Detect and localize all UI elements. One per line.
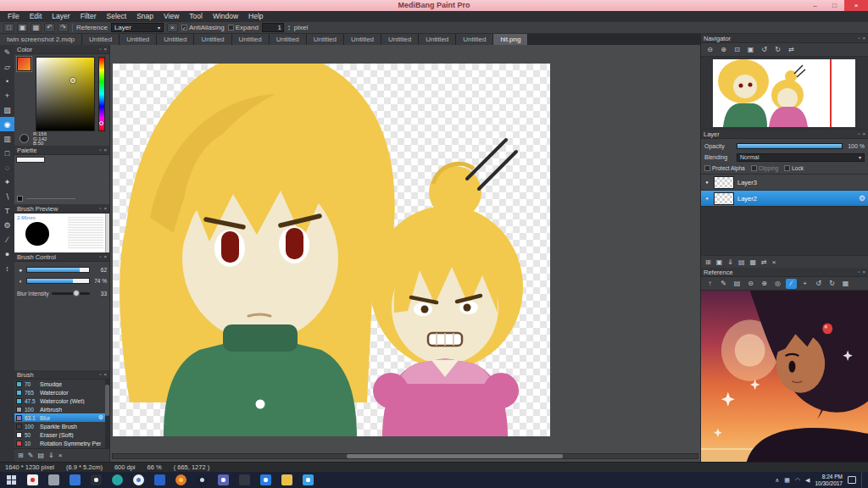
- scrollbar-thumb[interactable]: [105, 385, 109, 415]
- hue-cursor[interactable]: [99, 121, 103, 125]
- taskbar-clock[interactable]: 8:24 PM 10/30/2017: [815, 474, 843, 486]
- document-tab[interactable]: Untitled: [456, 34, 493, 45]
- menu-item[interactable]: Snap: [131, 11, 159, 22]
- reference-dropdown[interactable]: Layer ▾: [111, 23, 164, 32]
- scrollbar[interactable]: [105, 214, 109, 252]
- magic-wand-tool-icon[interactable]: ✦: [0, 175, 14, 189]
- folder-icon[interactable]: ▤: [732, 279, 743, 289]
- action-center-icon[interactable]: [848, 476, 856, 484]
- reference-image[interactable]: [701, 291, 868, 462]
- delete-brush-icon[interactable]: ×: [58, 452, 63, 459]
- hue-slider[interactable]: [98, 57, 105, 131]
- document-tab[interactable]: Untitled: [344, 34, 381, 45]
- close-panel-icon[interactable]: ×: [103, 206, 107, 211]
- edit-brush-icon[interactable]: ✎: [28, 452, 34, 459]
- width-input[interactable]: 1: [262, 23, 284, 32]
- grid-icon[interactable]: ▦: [840, 279, 851, 289]
- taskbar-app-button[interactable]: [298, 472, 319, 488]
- undo-icon[interactable]: ↶: [44, 23, 55, 32]
- zoom-out-icon[interactable]: ⊖: [704, 45, 715, 55]
- dot-tool-icon[interactable]: •: [0, 74, 14, 88]
- palette-panel[interactable]: [14, 155, 109, 204]
- collapse-panel-icon[interactable]: ▫: [858, 269, 860, 274]
- add-brush-icon[interactable]: ⊞: [18, 452, 24, 459]
- edit-icon[interactable]: ✎: [718, 279, 729, 289]
- network-icon[interactable]: ◠: [795, 477, 800, 484]
- close-panel-icon[interactable]: ×: [103, 372, 107, 377]
- brush-list-item[interactable]: 10 Rotation Symmetry Pen: [14, 439, 105, 447]
- brush-list-item[interactable]: 765 Watercolor: [14, 388, 105, 396]
- menu-item[interactable]: Tool: [184, 11, 208, 22]
- brush-list-item[interactable]: 100 Airbrush: [14, 405, 105, 413]
- slider-thumb[interactable]: [73, 290, 80, 297]
- menu-item[interactable]: Select: [102, 11, 132, 22]
- brush-list-item[interactable]: 63.1 Blur ⚙: [14, 413, 105, 422]
- volume-icon[interactable]: ◀: [805, 477, 810, 484]
- color-picker-cursor[interactable]: [70, 78, 75, 83]
- document-tab[interactable]: Untitled: [270, 34, 307, 45]
- crosshair-icon[interactable]: +: [799, 279, 810, 289]
- close-panel-icon[interactable]: ×: [103, 147, 107, 152]
- expand-checkbox[interactable]: Expand: [228, 24, 259, 31]
- taskbar-app-button[interactable]: [170, 472, 192, 488]
- layer-folder-icon[interactable]: ▤: [738, 258, 745, 266]
- current-color-swatch[interactable]: [19, 134, 29, 143]
- minimize-button[interactable]: –: [805, 0, 825, 11]
- actual-size-icon[interactable]: ▣: [745, 45, 756, 55]
- foreground-color-swatch[interactable]: [17, 57, 31, 71]
- menu-item[interactable]: Layer: [47, 11, 75, 22]
- select-tool-icon[interactable]: □: [0, 146, 14, 160]
- rotate-right-icon[interactable]: ↻: [826, 279, 837, 289]
- document-tab[interactable]: hit.png: [493, 34, 528, 45]
- bucket-tool-icon[interactable]: ◉: [0, 117, 14, 131]
- new-canvas-icon[interactable]: □: [3, 23, 14, 32]
- hand-tool-icon[interactable]: ●: [0, 247, 14, 261]
- show-desktop-button[interactable]: [861, 472, 865, 488]
- menu-item[interactable]: Window: [208, 11, 243, 22]
- collapse-panel-icon[interactable]: ▫: [99, 47, 101, 52]
- move-tool-icon[interactable]: +: [0, 88, 14, 103]
- close-panel-icon[interactable]: ×: [103, 254, 107, 259]
- taskbar-app-button[interactable]: [43, 472, 64, 488]
- eyedropper-tool-icon[interactable]: ∕: [0, 232, 14, 247]
- menu-item[interactable]: Edit: [25, 11, 47, 22]
- document-tab[interactable]: Untitled: [120, 34, 157, 45]
- layer-row[interactable]: ● Layer3: [701, 175, 868, 191]
- swap-layer-icon[interactable]: ⇄: [761, 258, 767, 266]
- brush-list-item[interactable]: 70 Smudge: [14, 380, 105, 388]
- rotate-left-icon[interactable]: ↺: [813, 279, 824, 289]
- taskbar-app-button[interactable]: [234, 472, 255, 488]
- maximize-button[interactable]: □: [825, 0, 844, 11]
- fit-icon[interactable]: ◎: [772, 279, 783, 289]
- select-pen-tool-icon[interactable]: ∖: [0, 189, 14, 203]
- touch-keyboard-icon[interactable]: ▦: [784, 477, 790, 484]
- divide-tool-icon[interactable]: ↕: [0, 261, 14, 275]
- brush-list-item[interactable]: 47.5 Watercolor (Wet): [14, 396, 105, 405]
- menu-item[interactable]: File: [3, 11, 25, 22]
- merge-down-icon[interactable]: ⇓: [727, 258, 733, 266]
- layer-visibility-icon[interactable]: ●: [704, 196, 710, 201]
- grid-icon[interactable]: ▦: [31, 23, 42, 32]
- gradient-tool-icon[interactable]: ▥: [0, 131, 14, 146]
- delete-layer-icon[interactable]: ×: [772, 258, 776, 266]
- width-spinner[interactable]: ▲ ▼: [287, 25, 291, 31]
- taskbar-app-button[interactable]: [22, 472, 43, 488]
- taskbar-app-button[interactable]: [276, 472, 298, 488]
- palette-swatch[interactable]: [16, 157, 45, 163]
- redo-icon[interactable]: ↷: [58, 23, 69, 32]
- close-panel-icon[interactable]: ×: [862, 36, 865, 41]
- antialiasing-checkbox[interactable]: ✓ AntiAliasing: [181, 24, 225, 31]
- fit-view-icon[interactable]: ⊡: [732, 45, 743, 55]
- document-tab[interactable]: Untitled: [82, 34, 120, 45]
- rotate-right-icon[interactable]: ↻: [772, 45, 783, 55]
- menu-item[interactable]: Help: [243, 11, 268, 22]
- close-panel-icon[interactable]: ×: [103, 47, 107, 52]
- save-brush-icon[interactable]: ⇓: [48, 452, 54, 459]
- brush-opacity-slider[interactable]: [26, 278, 90, 284]
- zoom-in-icon[interactable]: ⊕: [759, 279, 770, 289]
- document-tab[interactable]: Untitled: [307, 34, 344, 45]
- taskbar-app-button[interactable]: [128, 472, 149, 488]
- brush-size-slider[interactable]: [26, 267, 90, 273]
- horizontal-scrollbar[interactable]: [112, 453, 698, 459]
- document-tab[interactable]: Untitled: [194, 34, 231, 45]
